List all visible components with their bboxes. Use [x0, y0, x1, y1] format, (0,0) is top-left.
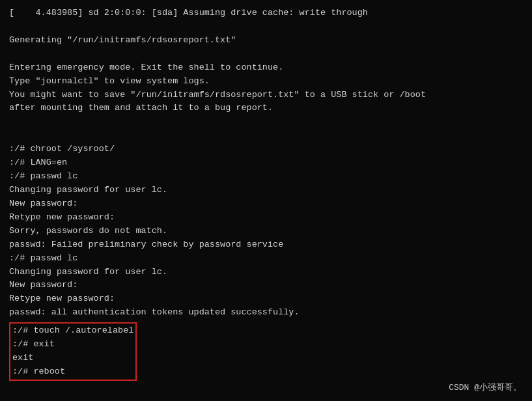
highlighted-line-4: :/# reboot	[12, 365, 133, 379]
line-2	[9, 20, 523, 34]
line-8: after mounting them and attach it to a b…	[9, 102, 523, 115]
highlighted-line-1: :/# touch /.autorelabel	[12, 324, 133, 338]
terminal-window: [ 4.483985] sd 2:0:0:0: [sda] Assuming d…	[0, 0, 532, 401]
line-11: :/# chroot /sysroot/	[9, 143, 523, 156]
highlighted-block-container: :/# touch /.autorelabel :/# exit exit :/…	[9, 321, 523, 381]
line-18: passwd: Failed preliminary check by pass…	[9, 238, 523, 252]
line-21: New password:	[9, 279, 523, 292]
line-5: Entering emergency mode. Exit the shell …	[9, 61, 523, 75]
terminal-output: [ 4.483985] sd 2:0:0:0: [sda] Assuming d…	[9, 7, 523, 381]
line-10	[9, 129, 523, 143]
line-16: Retype new password:	[9, 211, 523, 225]
line-19: :/# passwd lc	[9, 252, 523, 266]
line-22: Retype new password:	[9, 292, 523, 306]
line-1: [ 4.483985] sd 2:0:0:0: [sda] Assuming d…	[9, 7, 523, 20]
line-6: Type "journalctl" to view system logs.	[9, 75, 523, 89]
line-23: passwd: all authentication tokens update…	[9, 306, 523, 320]
line-14: Changing password for user lc.	[9, 184, 523, 197]
watermark: CSDN @小强哥哥。	[449, 381, 522, 393]
highlighted-block: :/# touch /.autorelabel :/# exit exit :/…	[9, 322, 137, 381]
highlighted-line-3: exit	[12, 352, 133, 365]
line-20: Changing password for user lc.	[9, 266, 523, 279]
line-12: :/# LANG=en	[9, 156, 523, 170]
line-15: New password:	[9, 197, 523, 211]
line-17: Sorry, passwords do not match.	[9, 225, 523, 238]
line-3: Generating "/run/initramfs/rdsosreport.t…	[9, 34, 523, 48]
line-4	[9, 48, 523, 61]
line-13: :/# passwd lc	[9, 170, 523, 184]
line-9	[9, 115, 523, 129]
highlighted-line-2: :/# exit	[12, 338, 133, 352]
line-7: You might want to save "/run/initramfs/r…	[9, 89, 523, 102]
